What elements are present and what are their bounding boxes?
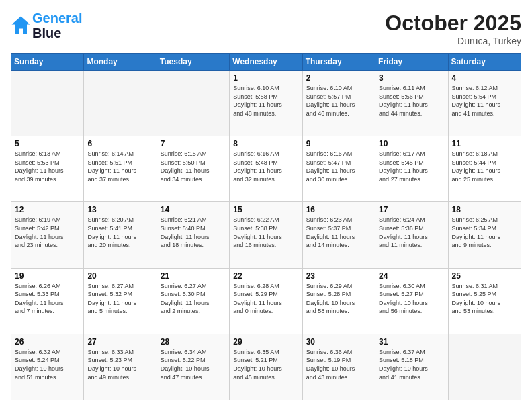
calendar-cell: 12Sunrise: 6:19 AM Sunset: 5:42 PM Dayli…	[11, 202, 84, 268]
logo: General Blue	[11, 11, 82, 40]
calendar-cell: 1Sunrise: 6:10 AM Sunset: 5:58 PM Daylig…	[230, 71, 302, 136]
day-info: Sunrise: 6:25 AM Sunset: 5:34 PM Dayligh…	[452, 216, 517, 249]
title-block: October 2025 Duruca, Turkey	[385, 11, 521, 46]
day-header-saturday: Saturday	[448, 54, 521, 71]
calendar-week-5: 26Sunrise: 6:32 AM Sunset: 5:24 PM Dayli…	[11, 334, 521, 400]
day-info: Sunrise: 6:16 AM Sunset: 5:48 PM Dayligh…	[233, 150, 298, 183]
calendar-cell: 24Sunrise: 6:30 AM Sunset: 5:27 PM Dayli…	[375, 268, 448, 334]
calendar-cell: 16Sunrise: 6:23 AM Sunset: 5:37 PM Dayli…	[302, 202, 375, 268]
day-header-wednesday: Wednesday	[230, 54, 302, 71]
calendar-week-2: 5Sunrise: 6:13 AM Sunset: 5:53 PM Daylig…	[11, 136, 521, 202]
month-title: October 2025	[385, 11, 521, 36]
day-info: Sunrise: 6:32 AM Sunset: 5:24 PM Dayligh…	[15, 348, 80, 381]
day-info: Sunrise: 6:33 AM Sunset: 5:23 PM Dayligh…	[87, 348, 152, 381]
calendar-cell: 6Sunrise: 6:14 AM Sunset: 5:51 PM Daylig…	[84, 136, 157, 202]
day-info: Sunrise: 6:37 AM Sunset: 5:18 PM Dayligh…	[379, 348, 444, 381]
day-number: 29	[233, 337, 298, 347]
day-info: Sunrise: 6:13 AM Sunset: 5:53 PM Dayligh…	[15, 150, 80, 183]
calendar-cell: 26Sunrise: 6:32 AM Sunset: 5:24 PM Dayli…	[11, 334, 84, 400]
calendar-cell: 17Sunrise: 6:24 AM Sunset: 5:36 PM Dayli…	[375, 202, 448, 268]
calendar-week-1: 1Sunrise: 6:10 AM Sunset: 5:58 PM Daylig…	[11, 71, 521, 136]
day-number: 14	[161, 205, 226, 214]
day-number: 25	[452, 271, 517, 281]
day-number: 10	[379, 139, 444, 148]
day-info: Sunrise: 6:15 AM Sunset: 5:50 PM Dayligh…	[161, 150, 226, 183]
day-number: 17	[379, 205, 444, 214]
day-number: 6	[87, 139, 152, 148]
day-number: 19	[15, 271, 80, 281]
day-number: 27	[87, 337, 152, 347]
day-header-monday: Monday	[84, 54, 157, 71]
day-number: 23	[306, 271, 371, 281]
day-info: Sunrise: 6:20 AM Sunset: 5:41 PM Dayligh…	[87, 216, 152, 249]
day-info: Sunrise: 6:26 AM Sunset: 5:33 PM Dayligh…	[15, 282, 80, 316]
calendar-header-row: SundayMondayTuesdayWednesdayThursdayFrid…	[11, 54, 521, 71]
day-number: 24	[379, 271, 444, 281]
calendar-week-4: 19Sunrise: 6:26 AM Sunset: 5:33 PM Dayli…	[11, 268, 521, 334]
day-number: 8	[233, 139, 298, 148]
day-number: 2	[306, 73, 371, 83]
day-info: Sunrise: 6:12 AM Sunset: 5:54 PM Dayligh…	[452, 84, 517, 118]
calendar-cell: 5Sunrise: 6:13 AM Sunset: 5:53 PM Daylig…	[11, 136, 84, 202]
day-number: 7	[161, 139, 226, 148]
day-header-sunday: Sunday	[11, 54, 84, 71]
calendar-cell: 21Sunrise: 6:27 AM Sunset: 5:30 PM Dayli…	[157, 268, 229, 334]
calendar-cell: 25Sunrise: 6:31 AM Sunset: 5:25 PM Dayli…	[448, 268, 521, 334]
day-number: 11	[452, 139, 517, 148]
day-info: Sunrise: 6:27 AM Sunset: 5:30 PM Dayligh…	[161, 282, 226, 316]
calendar-cell: 2Sunrise: 6:10 AM Sunset: 5:57 PM Daylig…	[302, 71, 375, 136]
svg-marker-0	[12, 17, 30, 34]
calendar-cell: 23Sunrise: 6:29 AM Sunset: 5:28 PM Dayli…	[302, 268, 375, 334]
calendar-cell: 29Sunrise: 6:35 AM Sunset: 5:21 PM Dayli…	[230, 334, 302, 400]
calendar-table: SundayMondayTuesdayWednesdayThursdayFrid…	[11, 53, 521, 400]
day-number: 18	[452, 205, 517, 214]
day-info: Sunrise: 6:35 AM Sunset: 5:21 PM Dayligh…	[233, 348, 298, 381]
day-info: Sunrise: 6:24 AM Sunset: 5:36 PM Dayligh…	[379, 216, 444, 249]
day-header-friday: Friday	[375, 54, 448, 71]
day-info: Sunrise: 6:10 AM Sunset: 5:58 PM Dayligh…	[233, 84, 298, 118]
calendar-cell	[448, 334, 521, 400]
day-header-thursday: Thursday	[302, 54, 375, 71]
calendar-cell: 11Sunrise: 6:18 AM Sunset: 5:44 PM Dayli…	[448, 136, 521, 202]
calendar-cell: 10Sunrise: 6:17 AM Sunset: 5:45 PM Dayli…	[375, 136, 448, 202]
day-info: Sunrise: 6:19 AM Sunset: 5:42 PM Dayligh…	[15, 216, 80, 249]
calendar-cell: 19Sunrise: 6:26 AM Sunset: 5:33 PM Dayli…	[11, 268, 84, 334]
day-info: Sunrise: 6:22 AM Sunset: 5:38 PM Dayligh…	[233, 216, 298, 249]
day-number: 9	[306, 139, 371, 148]
location: Duruca, Turkey	[385, 36, 521, 46]
day-info: Sunrise: 6:10 AM Sunset: 5:57 PM Dayligh…	[306, 84, 371, 118]
day-number: 20	[87, 271, 152, 281]
day-number: 15	[233, 205, 298, 214]
day-number: 21	[161, 271, 226, 281]
day-info: Sunrise: 6:34 AM Sunset: 5:22 PM Dayligh…	[161, 348, 226, 381]
calendar-cell: 20Sunrise: 6:27 AM Sunset: 5:32 PM Dayli…	[84, 268, 157, 334]
day-info: Sunrise: 6:14 AM Sunset: 5:51 PM Dayligh…	[87, 150, 152, 183]
day-info: Sunrise: 6:30 AM Sunset: 5:27 PM Dayligh…	[379, 282, 444, 316]
page: General Blue October 2025 Duruca, Turkey…	[0, 0, 532, 411]
day-number: 22	[233, 271, 298, 281]
calendar-cell	[157, 71, 229, 136]
day-number: 31	[379, 337, 444, 347]
day-number: 26	[15, 337, 80, 347]
calendar-cell: 3Sunrise: 6:11 AM Sunset: 5:56 PM Daylig…	[375, 71, 448, 136]
day-info: Sunrise: 6:18 AM Sunset: 5:44 PM Dayligh…	[452, 150, 517, 183]
calendar-cell: 13Sunrise: 6:20 AM Sunset: 5:41 PM Dayli…	[84, 202, 157, 268]
day-info: Sunrise: 6:11 AM Sunset: 5:56 PM Dayligh…	[379, 84, 444, 118]
calendar-cell: 31Sunrise: 6:37 AM Sunset: 5:18 PM Dayli…	[375, 334, 448, 400]
calendar-cell: 14Sunrise: 6:21 AM Sunset: 5:40 PM Dayli…	[157, 202, 229, 268]
calendar-cell: 15Sunrise: 6:22 AM Sunset: 5:38 PM Dayli…	[230, 202, 302, 268]
day-number: 4	[452, 73, 517, 83]
calendar-cell: 4Sunrise: 6:12 AM Sunset: 5:54 PM Daylig…	[448, 71, 521, 136]
calendar-cell: 18Sunrise: 6:25 AM Sunset: 5:34 PM Dayli…	[448, 202, 521, 268]
day-number: 13	[87, 205, 152, 214]
day-info: Sunrise: 6:21 AM Sunset: 5:40 PM Dayligh…	[161, 216, 226, 249]
calendar-cell: 30Sunrise: 6:36 AM Sunset: 5:19 PM Dayli…	[302, 334, 375, 400]
day-info: Sunrise: 6:29 AM Sunset: 5:28 PM Dayligh…	[306, 282, 371, 316]
day-number: 30	[306, 337, 371, 347]
calendar-cell: 27Sunrise: 6:33 AM Sunset: 5:23 PM Dayli…	[84, 334, 157, 400]
day-info: Sunrise: 6:17 AM Sunset: 5:45 PM Dayligh…	[379, 150, 444, 183]
day-number: 1	[233, 73, 298, 83]
logo-icon	[11, 15, 31, 36]
day-info: Sunrise: 6:31 AM Sunset: 5:25 PM Dayligh…	[452, 282, 517, 316]
day-number: 5	[15, 139, 80, 148]
